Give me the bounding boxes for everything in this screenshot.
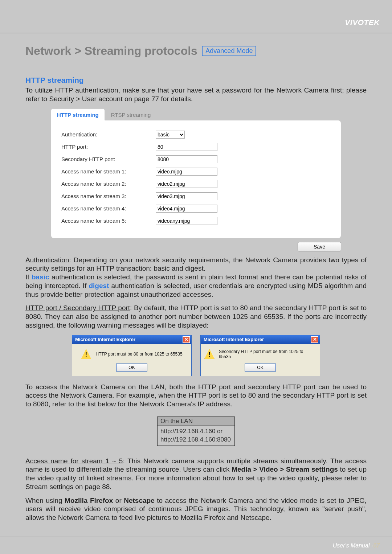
sec-http-port-label: Secondary HTTP port: [61,156,156,162]
http-port-label: HTTP port: [61,144,156,150]
stream2-label: Access name for stream 2: [61,181,156,187]
dialog1-ok-button[interactable]: OK [116,364,147,372]
dialog1-title: Microsoft Internet Explorer [75,337,135,342]
lan-table-header: On the LAN [158,416,235,426]
auth-digest-keyword: digest [89,282,109,290]
stream5-input[interactable] [156,217,217,225]
mode-badge: Advanced Mode [202,46,256,56]
firefox-paragraph: When using Mozilla Firefox or Netscape t… [25,496,367,522]
footer-manual-label: User's Manual - [333,542,373,549]
page-title: Network > Streaming protocols [25,44,197,58]
lan-table: On the LAN http://192.168.4.160 or http:… [157,416,235,446]
lan-row2: http://192.168.4.160:8080 [160,436,231,443]
stream4-input[interactable] [156,205,217,213]
auth-basic-keyword: basic [32,273,49,281]
streaming-tabs: HTTP streaming RTSP streaming [51,108,367,120]
close-icon[interactable]: ✕ [311,336,318,343]
auth-rest2a: If [25,273,32,281]
ff-b1: Mozilla Firefox [65,497,113,504]
port-lead: HTTP port / Secondary HTTP port [25,304,130,312]
ff-b2: Netscape [124,497,155,504]
auth-rest1: : Depending on your network security req… [25,256,367,272]
lan-row1: http://192.168.4.160 or [160,428,222,435]
lan-table-cell: http://192.168.4.160 or http://192.168.4… [158,426,235,446]
auth-select[interactable]: basic [156,131,185,139]
stream5-label: Access name for stream 5: [61,218,156,224]
tab-http-streaming[interactable]: HTTP streaming [51,108,105,120]
stream4-label: Access name for stream 4: [61,205,156,212]
warning-icon: ! [81,349,91,359]
warning-icon: ! [204,349,215,359]
dialog2-message: Secondary HTTP port must be from 1025 to… [219,349,316,359]
section-title-http: HTTP streaming [25,76,367,85]
dialog1-message: HTTP port must be 80 or from 1025 to 655… [95,352,182,357]
dialog2-title: Microsoft Internet Explorer [204,337,264,342]
auth-lead: Authentication [25,256,69,264]
tab-rtsp-streaming[interactable]: RTSP streaming [105,108,157,120]
ff-c: or [113,497,124,504]
warning-dialog-1: Microsoft Internet Explorer ✕ ! HTTP por… [72,335,192,376]
auth-label: Authentication: [61,131,156,138]
stream3-label: Access name for stream 3: [61,193,156,199]
http-port-input[interactable] [156,143,217,151]
close-icon[interactable]: ✕ [183,336,190,343]
stream2-input[interactable] [156,180,217,188]
access-bold1: Media > Video > Stream settings [232,465,338,473]
ff-a: When using [25,497,65,504]
http-streaming-panel: Authentication: basic HTTP port: Seconda… [51,120,341,238]
lan-paragraph: To access the Network Camera on the LAN,… [25,383,367,409]
brand-label: VIVOTEK [345,18,380,27]
dialog2-ok-button[interactable]: OK [245,364,276,372]
footer-page-number: 67 [373,542,380,549]
access-lead: Access name for stream 1 ~ 5 [25,457,123,465]
intro-paragraph: To utilize HTTP authentication, make sur… [25,86,367,103]
port-paragraph: HTTP port / Secondary HTTP port: By defa… [25,304,367,329]
save-button[interactable]: Save [298,242,341,251]
stream1-label: Access name for stream 1: [61,168,156,175]
auth-paragraph: Authentication: Depending on your networ… [25,256,367,299]
warning-dialog-2: Microsoft Internet Explorer ✕ ! Secondar… [200,335,320,376]
stream1-input[interactable] [156,168,217,176]
access-paragraph: Access name for stream 1 ~ 5: This Netwo… [25,457,367,491]
sec-http-port-input[interactable] [156,155,217,163]
stream3-input[interactable] [156,192,217,200]
